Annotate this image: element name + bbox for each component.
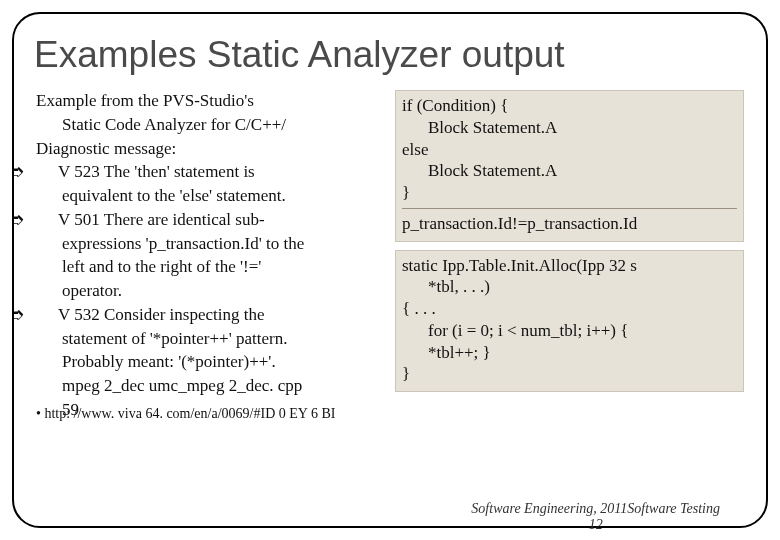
code-line: { . . . — [402, 298, 737, 320]
code-box: static Ipp.Table.Init.Alloc(Ipp 32 s *tb… — [395, 250, 744, 393]
bullet-item: ➮V 523 The 'then' statement is — [36, 161, 385, 183]
intro-line: Example from the PVS-Studio's — [36, 90, 385, 112]
code-line: for (i = 0; i < num_tbl; i++) { — [402, 320, 737, 342]
code-line: p_transaction.Id!=p_transaction.Id — [402, 213, 737, 235]
code-line: *tbl, . . .) — [402, 276, 737, 298]
bullet-text: equivalent to the 'else' statement. — [36, 185, 385, 207]
bullet-text: Probably meant: '(*pointer)++'. — [36, 351, 385, 373]
bullet-text: statement of '*pointer++' pattern. — [36, 328, 385, 350]
code-line: *tbl++; } — [402, 342, 737, 364]
slide-body: Example from the PVS-Studio's Static Cod… — [16, 90, 764, 422]
slide-footer: Software Engineering, 2011Software Testi… — [471, 501, 720, 532]
footer-text: Software Engineering, 2011Software Testi… — [471, 501, 720, 516]
diag-label: Diagnostic message: — [36, 138, 385, 160]
code-line: static Ipp.Table.Init.Alloc(Ipp 32 s — [402, 255, 737, 277]
intro-line: Static Code Analyzer for C/C++/ — [36, 114, 385, 136]
bullet-text: V 532 Consider inspecting the — [58, 305, 265, 324]
bullet-text: left and to the right of the '!=' — [36, 256, 385, 278]
bullet-text: V 501 There are identical sub- — [58, 210, 265, 229]
code-line: else — [402, 139, 737, 161]
arrow-icon: ➮ — [36, 304, 58, 326]
bullet-item: ➮V 532 Consider inspecting the — [36, 304, 385, 326]
code-line: if (Condition) { — [402, 95, 737, 117]
bullet-text: mpeg 2_dec umc_mpeg 2_dec. cpp — [36, 375, 385, 397]
code-line: Block Statement.A — [402, 160, 737, 182]
arrow-icon: ➮ — [36, 209, 58, 231]
code-line: } — [402, 182, 737, 204]
left-column: Example from the PVS-Studio's Static Cod… — [36, 90, 385, 422]
code-line: } — [402, 363, 737, 385]
slide-title: Examples Static Analyzer output — [34, 34, 756, 76]
code-line: Block Statement.A — [402, 117, 737, 139]
slide-frame: Examples Static Analyzer output Example … — [0, 0, 780, 540]
bullet-text: expressions 'p_transaction.Id' to the — [36, 233, 385, 255]
right-column: if (Condition) { Block Statement.A else … — [395, 90, 744, 422]
bullet-text: operator. — [36, 280, 385, 302]
page-number: 12 — [589, 517, 603, 532]
divider — [402, 208, 737, 209]
code-box: if (Condition) { Block Statement.A else … — [395, 90, 744, 242]
bullet-item: ➮V 501 There are identical sub- — [36, 209, 385, 231]
arrow-icon: ➮ — [36, 161, 58, 183]
bullet-text: V 523 The 'then' statement is — [58, 162, 255, 181]
reference-link: • http: //www. viva 64. com/en/a/0069/#I… — [36, 405, 385, 423]
